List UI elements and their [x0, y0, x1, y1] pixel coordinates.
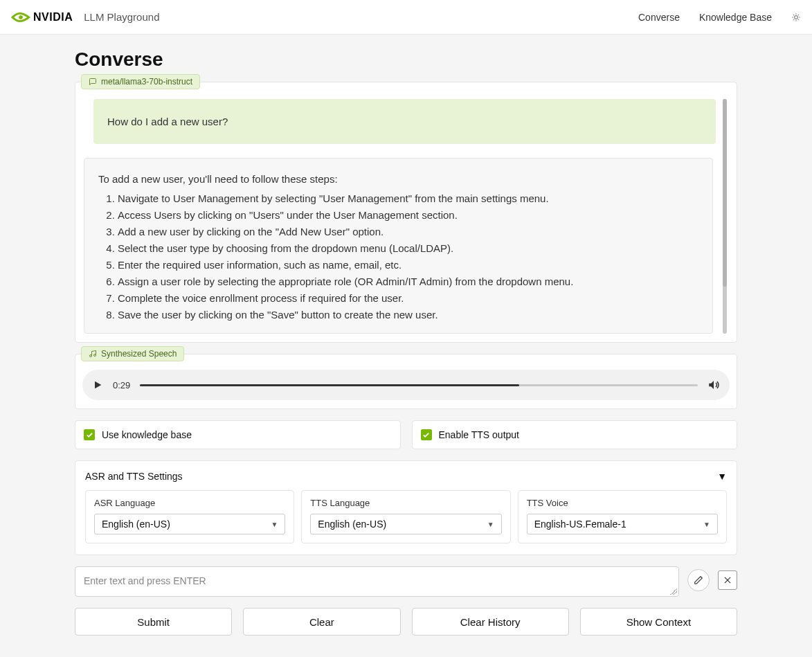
sun-icon — [791, 12, 801, 22]
chevron-down-icon: ▼ — [703, 521, 710, 528]
enable-tts-checkbox[interactable] — [421, 429, 432, 440]
brand-text: NVIDIA — [33, 11, 73, 24]
model-tag: meta/llama3-70b-instruct — [81, 74, 200, 89]
tts-language-select[interactable]: English (en-US) ▼ — [310, 514, 501, 534]
collapse-caret-icon: ▼ — [717, 471, 727, 482]
show-context-button[interactable]: Show Context — [580, 608, 737, 636]
audio-player: 0:29 — [82, 370, 730, 400]
asr-language-value: English (en-US) — [102, 519, 170, 530]
check-icon — [422, 431, 430, 439]
tts-voice-value: English-US.Female-1 — [534, 519, 626, 530]
svg-point-10 — [90, 355, 92, 357]
tts-voice-select[interactable]: English-US.Female-1 ▼ — [527, 514, 718, 534]
tts-voice-label: TTS Voice — [527, 498, 718, 508]
play-icon — [92, 379, 103, 390]
use-kb-label: Use knowledge base — [102, 429, 192, 440]
model-tag-text: meta/llama3-70b-instruct — [101, 77, 192, 87]
audio-seek-track[interactable] — [140, 384, 698, 386]
app-title: LLM Playground — [84, 11, 159, 23]
audio-tag-text: Synthesized Speech — [101, 349, 177, 359]
chat-icon — [89, 78, 97, 86]
input-placeholder: Enter text and press ENTER — [84, 575, 206, 586]
list-item: Navigate to User Management by selecting… — [118, 190, 698, 207]
logo-block: NVIDIA LLM Playground — [11, 10, 159, 24]
assistant-intro: To add a new user, you'll need to follow… — [98, 171, 698, 188]
app-header: NVIDIA LLM Playground Converse Knowledge… — [0, 0, 812, 35]
tts-language-setting: TTS Language English (en-US) ▼ — [301, 490, 510, 543]
use-kb-checkbox[interactable] — [84, 429, 95, 440]
svg-marker-13 — [709, 381, 714, 389]
assistant-steps-list: Navigate to User Management by selecting… — [115, 190, 698, 323]
list-item: Complete the voice enrollment process if… — [118, 290, 698, 307]
tts-language-value: English (en-US) — [318, 519, 386, 530]
nav-converse[interactable]: Converse — [638, 12, 680, 23]
audio-time: 0:29 — [113, 380, 130, 390]
clear-button[interactable]: Clear — [243, 608, 400, 636]
nav-knowledge-base[interactable]: Knowledge Base — [699, 12, 772, 23]
list-item: Access Users by clicking on "Users" unde… — [118, 207, 698, 224]
cancel-button[interactable] — [718, 570, 737, 590]
list-item: Select the user type by choosing from th… — [118, 240, 698, 257]
svg-line-6 — [793, 14, 794, 15]
close-icon — [723, 575, 732, 585]
settings-title: ASR and TTS Settings — [85, 471, 183, 482]
music-icon — [89, 350, 97, 358]
svg-marker-12 — [95, 381, 101, 389]
svg-point-11 — [94, 354, 96, 357]
audio-panel: Synthesized Speech 0:29 — [75, 354, 737, 409]
audio-progress-fill — [140, 384, 519, 386]
user-message: How do I add a new user? — [93, 99, 716, 144]
asr-language-select[interactable]: English (en-US) ▼ — [94, 514, 285, 534]
chevron-down-icon: ▼ — [487, 521, 494, 528]
tts-voice-setting: TTS Voice English-US.Female-1 ▼ — [518, 490, 727, 543]
nvidia-eye-icon — [11, 10, 30, 24]
list-item: Add a new user by clicking on the "Add N… — [118, 224, 698, 240]
use-kb-card: Use knowledge base — [75, 420, 401, 449]
volume-icon — [707, 379, 720, 391]
svg-line-9 — [798, 14, 799, 15]
chat-text-input[interactable]: Enter text and press ENTER — [75, 566, 679, 597]
list-item: Enter the required user information, suc… — [118, 257, 698, 273]
chat-panel: meta/llama3-70b-instruct How do I add a … — [75, 82, 737, 343]
volume-button[interactable] — [707, 379, 720, 391]
svg-point-0 — [19, 15, 23, 19]
theme-toggle-button[interactable] — [791, 12, 801, 22]
list-item: Save the user by clicking on the "Save" … — [118, 307, 698, 323]
check-icon — [86, 431, 93, 439]
enable-tts-card: Enable TTS output — [412, 420, 738, 449]
asr-language-label: ASR Language — [94, 498, 285, 508]
pencil-icon — [694, 575, 703, 585]
svg-line-7 — [798, 19, 799, 19]
page-title: Converse — [75, 48, 737, 71]
assistant-message: To add a new user, you'll need to follow… — [84, 158, 713, 334]
asr-language-setting: ASR Language English (en-US) ▼ — [85, 490, 294, 543]
chevron-down-icon: ▼ — [271, 521, 278, 528]
audio-tag: Synthesized Speech — [81, 346, 184, 361]
nvidia-logo: NVIDIA — [11, 10, 73, 24]
tts-language-label: TTS Language — [310, 498, 501, 508]
edit-button[interactable] — [687, 569, 710, 591]
settings-toggle-header[interactable]: ASR and TTS Settings ▼ — [85, 471, 727, 482]
asr-tts-settings-panel: ASR and TTS Settings ▼ ASR Language Engl… — [75, 460, 737, 555]
clear-history-button[interactable]: Clear History — [412, 608, 569, 636]
play-button[interactable] — [92, 379, 103, 390]
svg-point-1 — [795, 15, 798, 19]
list-item: Assign a user role by selecting the appr… — [118, 273, 698, 290]
submit-button[interactable]: Submit — [75, 608, 232, 636]
header-nav: Converse Knowledge Base — [638, 12, 801, 23]
chat-scrollbar[interactable] — [723, 99, 727, 334]
svg-line-8 — [793, 19, 794, 19]
enable-tts-label: Enable TTS output — [439, 429, 519, 440]
